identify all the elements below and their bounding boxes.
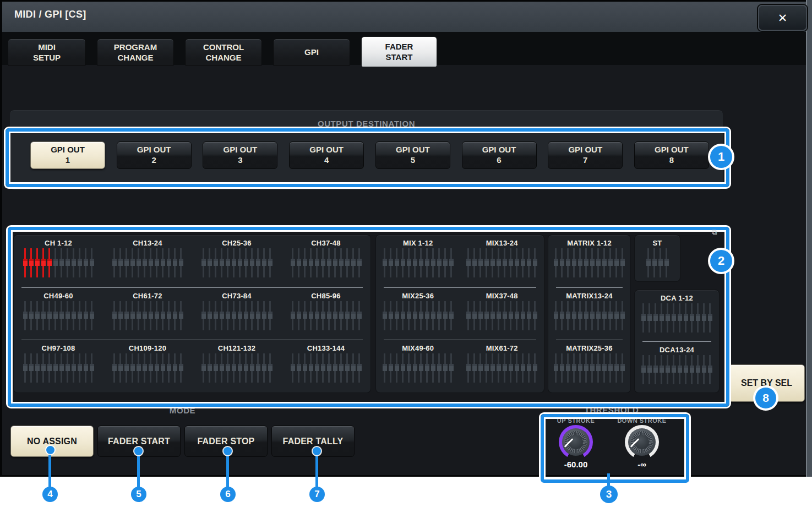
gpi-out-5-button[interactable]: GPI OUT5 bbox=[375, 141, 450, 169]
fader-block-mix61-72[interactable]: MIX61-72 bbox=[460, 340, 544, 392]
fader-inactive bbox=[208, 248, 212, 277]
fader-thumb bbox=[149, 312, 153, 319]
tab-program-change[interactable]: PROGRAMCHANGE bbox=[97, 39, 174, 66]
fader-inactive bbox=[256, 353, 260, 383]
fader-thumb bbox=[124, 312, 129, 319]
fader-block-st[interactable]: ST bbox=[635, 235, 680, 281]
fader-thumb bbox=[419, 259, 423, 266]
fader-inactive bbox=[478, 353, 483, 383]
fader-block-ch-1-12[interactable]: CH 1-12 bbox=[14, 235, 103, 287]
fader-thumb bbox=[690, 366, 694, 373]
fader-block-label: MIX 1-12 bbox=[403, 239, 433, 247]
fader-inactive bbox=[596, 301, 601, 330]
fader-thumb bbox=[244, 259, 248, 266]
callout-line bbox=[48, 450, 51, 489]
fader-block-ch13-24[interactable]: CH13-24 bbox=[103, 235, 192, 287]
fader-row: MIX25-36MIX37-48 bbox=[376, 288, 544, 340]
gpi-out-2-button[interactable]: GPI OUT2 bbox=[117, 141, 192, 169]
fader-block-matrix-1-12[interactable]: MATRIX 1-12 bbox=[548, 235, 630, 287]
expand-window-icon[interactable]: ⧉ bbox=[710, 228, 719, 237]
fader-block-ch97-108[interactable]: CH97-108 bbox=[14, 340, 103, 392]
tab-fader-start[interactable]: FADERSTART bbox=[361, 36, 437, 67]
fader-block-ch73-84[interactable]: CH73-84 bbox=[192, 288, 281, 340]
fader-inactive bbox=[614, 301, 619, 330]
tab-gpi[interactable]: GPI bbox=[273, 39, 350, 66]
fader-block-dca-1-12[interactable]: DCA 1-12 bbox=[635, 290, 719, 341]
fader-inactive bbox=[78, 301, 82, 330]
fader-block-mix49-60[interactable]: MIX49-60 bbox=[376, 340, 460, 392]
fader-thumb bbox=[407, 259, 411, 266]
fader-inactive bbox=[449, 301, 454, 330]
fader-thumb bbox=[602, 259, 607, 266]
fader-active bbox=[23, 248, 28, 277]
fader-strip bbox=[201, 248, 273, 277]
fader-block-mix13-24[interactable]: MIX13-24 bbox=[460, 235, 544, 287]
fader-block-ch85-96[interactable]: CH85-96 bbox=[281, 288, 370, 340]
gpi-button-number: 6 bbox=[497, 155, 501, 166]
fader-inactive bbox=[23, 353, 28, 383]
fader-thumb bbox=[614, 364, 619, 371]
fader-thumb bbox=[130, 312, 135, 319]
fader-inactive bbox=[596, 248, 601, 277]
fader-thumb bbox=[641, 366, 646, 373]
fader-inactive bbox=[497, 353, 501, 383]
fader-thumb bbox=[244, 312, 248, 319]
fader-thumb bbox=[201, 259, 206, 266]
tab-midi-setup[interactable]: MIDISETUP bbox=[8, 39, 86, 66]
fader-block-label: MIX13-24 bbox=[486, 239, 518, 247]
fader-thumb bbox=[596, 259, 601, 266]
fader-block-ch121-132[interactable]: CH121-132 bbox=[192, 340, 281, 392]
fader-block-dca13-24[interactable]: DCA13-24 bbox=[635, 342, 719, 393]
fader-inactive bbox=[702, 303, 706, 332]
close-button[interactable]: ✕ bbox=[758, 5, 807, 31]
ch-panel: CH 1-12CH13-24CH25-36CH37-48CH49-60CH61-… bbox=[14, 235, 370, 392]
fader-inactive bbox=[401, 353, 405, 383]
fader-strip bbox=[23, 353, 94, 383]
gpi-out-8-button[interactable]: GPI OUT8 bbox=[634, 141, 709, 169]
fader-thumb bbox=[383, 312, 387, 319]
fader-inactive bbox=[149, 301, 153, 330]
fader-thumb bbox=[291, 364, 295, 371]
gpi-out-6-button[interactable]: GPI OUT6 bbox=[462, 141, 537, 169]
fader-block-ch109-120[interactable]: CH109-120 bbox=[103, 340, 192, 392]
title-bar bbox=[2, 2, 806, 33]
fader-inactive bbox=[407, 301, 411, 330]
fader-thumb bbox=[702, 314, 706, 321]
fader-block-ch61-72[interactable]: CH61-72 bbox=[103, 288, 192, 340]
fader-strip bbox=[466, 301, 537, 330]
fader-block-mix25-36[interactable]: MIX25-36 bbox=[376, 288, 460, 340]
gpi-out-3-button[interactable]: GPI OUT3 bbox=[203, 141, 277, 169]
knob-inner bbox=[635, 435, 649, 449]
fader-inactive bbox=[112, 248, 117, 277]
fader-thumb bbox=[29, 364, 34, 371]
fader-thumb bbox=[614, 312, 619, 319]
fader-inactive bbox=[179, 301, 183, 330]
fader-block-ch133-144[interactable]: CH133-144 bbox=[281, 340, 370, 392]
fader-block-mix-1-12[interactable]: MIX 1-12 bbox=[376, 235, 460, 287]
gpi-out-4-button[interactable]: GPI OUT4 bbox=[289, 141, 364, 169]
fader-inactive bbox=[602, 248, 607, 277]
fader-inactive bbox=[560, 301, 564, 330]
fader-thumb bbox=[472, 259, 477, 266]
down-stroke-knob[interactable] bbox=[625, 425, 659, 459]
fader-inactive bbox=[333, 248, 337, 277]
fader-thumb bbox=[66, 364, 70, 371]
up-stroke-knob[interactable] bbox=[559, 425, 593, 459]
fader-block-matrix25-36[interactable]: MATRIX25-36 bbox=[548, 340, 630, 392]
fader-inactive bbox=[173, 301, 177, 330]
fader-block-ch25-36[interactable]: CH25-36 bbox=[192, 235, 281, 287]
fader-thumb bbox=[527, 259, 531, 266]
tab-control-change[interactable]: CONTROLCHANGE bbox=[185, 39, 262, 66]
fader-block-mix37-48[interactable]: MIX37-48 bbox=[460, 288, 544, 340]
fader-block-label: CH49-60 bbox=[43, 292, 73, 300]
gpi-out-7-button[interactable]: GPI OUT7 bbox=[548, 141, 623, 169]
fader-inactive bbox=[303, 353, 307, 383]
fader-inactive bbox=[578, 353, 582, 383]
fader-thumb bbox=[321, 259, 325, 266]
fader-thumb bbox=[143, 312, 147, 319]
fader-block-ch37-48[interactable]: CH37-48 bbox=[281, 235, 370, 287]
fader-strip bbox=[291, 353, 362, 383]
gpi-out-1-button[interactable]: GPI OUT1 bbox=[30, 141, 105, 169]
fader-block-matrix13-24[interactable]: MATRIX13-24 bbox=[548, 288, 630, 340]
fader-block-ch49-60[interactable]: CH49-60 bbox=[14, 288, 103, 340]
